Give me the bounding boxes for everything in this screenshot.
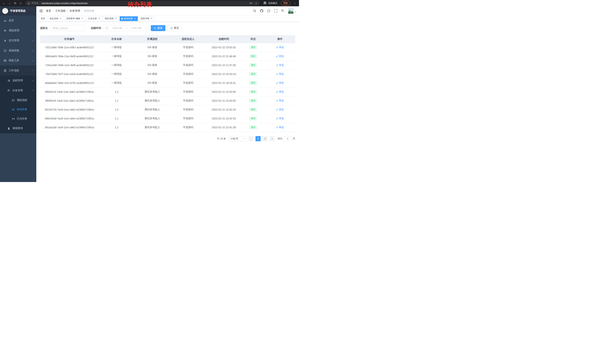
browser-forward-button[interactable]: → [7,0,12,6]
next-page-button[interactable]: › [270,136,275,141]
tab-todo-tasks[interactable]: 待办任务× [120,16,138,21]
cell-status: 激活 [242,123,265,132]
cell-task-name: 一级审批 [99,61,134,70]
reset-button[interactable]: 重置 [167,25,182,31]
end-date-placeholder[interactable]: 结束日期 [129,26,144,30]
task-table-body: 73211d9d-7b9b-11ec-b5b7-acde48001122 一级审… [40,43,295,132]
sidebar-item-system[interactable]: 系统管理 [0,25,36,36]
cell-process: OA 请假 [134,52,170,61]
prev-page-button[interactable]: ‹ [249,136,254,141]
refresh-icon [170,27,173,29]
table-row: 725a1eb6-7b88-11ec-8ef0-acde48001122 一级审… [40,61,295,70]
app-logo[interactable]: 芋道管理系统 [0,6,36,16]
chevron-down-icon [32,59,34,61]
close-icon[interactable]: × [150,17,153,20]
help-icon[interactable]: ? [267,9,270,12]
fullscreen-icon[interactable] [274,9,277,12]
close-icon[interactable]: × [133,17,136,20]
page-button-1[interactable]: 1 [256,136,261,141]
cell-initiator: 芋道源码 [170,114,206,123]
sidebar-item-payment[interactable]: ¥ 支付管理 [0,36,36,46]
sidebar-item-leave-query[interactable]: 请假查询 [0,123,36,133]
tab-process-detail[interactable]: 流程详情× [139,16,155,21]
search-icon[interactable] [253,9,256,12]
cell-create-time: 2022-01-21 22:42:23 [206,105,242,114]
user-menu[interactable] [288,8,296,14]
sidebar-item-workflow[interactable]: 工作流程 [0,65,36,75]
tab-start-process[interactable]: 发起流程× [48,16,64,21]
breadcrumb-home[interactable]: 首页 [46,9,51,13]
breadcrumb-task-management[interactable]: 任务管理 [70,9,80,13]
breadcrumb-separator: / [53,9,54,12]
pagination: 共 16 条 10条/页 ‹ 1 2 › 前往 页 [40,136,295,141]
create-time-label: 创建时间 [91,26,101,30]
cell-task-id: 725a1eb6-7b88-11ec-8ef0-acde48001122 [40,61,99,70]
sidebar-item-infrastructure[interactable]: 基础设施 [0,46,36,56]
font-size-icon[interactable]: TT [281,9,284,12]
browser-menu-button[interactable]: ⋮ [292,0,298,6]
sidebar-item-process-management[interactable]: 流程管理 [0,75,36,86]
close-icon[interactable]: × [115,17,117,20]
search-button[interactable]: 搜索 [151,25,166,31]
process-name-input[interactable] [50,25,84,31]
approve-link[interactable]: 审批 [276,126,284,129]
github-icon[interactable] [260,9,263,12]
page-size-select[interactable]: 10条/页 [228,136,247,141]
avatar [288,8,294,14]
cell-initiator: 芋道源码 [170,96,206,105]
update-button[interactable]: 更新 [281,1,291,6]
home-icon: ⌂ [20,1,22,5]
approve-link[interactable]: 审批 [276,99,284,102]
breadcrumb-workflow[interactable]: 工作流程 [55,9,66,13]
page-button-2[interactable]: 2 [263,136,268,141]
approve-link[interactable]: 审批 [276,108,284,111]
sidebar-item-done-tasks[interactable]: 已办任务 [0,114,36,123]
sidebar-item-todo-tasks[interactable]: 待办任务 [0,105,36,114]
approve-link[interactable]: 审批 [276,55,284,58]
sidebar-item-my-process[interactable]: 我的流程 [0,96,36,105]
close-icon[interactable]: × [59,17,62,20]
approve-link[interactable]: 审批 [276,73,284,76]
approve-link[interactable]: 审批 [276,81,284,85]
cell-task-name: 1.2 [99,105,134,114]
cell-process: 测试多审批人 [134,87,170,96]
sidebar-item-task-management[interactable]: 任务管理 [0,86,36,96]
url-text[interactable]: dashboard.yudao.iocoder.cn/bpm/task/todo [42,2,88,5]
sidebar-item-devtools[interactable]: 研发工具 [0,56,36,65]
cell-initiator: 芋道源码 [170,61,206,70]
chevron-down-icon [32,49,34,51]
omnibox-divider [40,2,40,4]
date-range-picker[interactable]: 开始日期 - 结束日期 [103,25,146,31]
clipboard-icon [4,69,7,72]
forward-icon: → [8,1,11,5]
sidebar-item-home[interactable]: 首页 [0,16,36,25]
approve-link[interactable]: 审批 [276,117,284,120]
pagination-total: 共 16 条 [217,137,226,140]
approve-link[interactable]: 审批 [276,90,284,94]
tab-form-edit[interactable]: 流程表单-编辑× [65,16,85,21]
password-key-icon[interactable] [249,2,252,5]
cell-initiator: 芋道源码 [170,43,206,52]
cell-status: 激活 [242,52,265,61]
browser-back-button[interactable]: ← [1,0,7,6]
tab-my-process[interactable]: 我的流程× [103,16,119,21]
table-header-row: 任务编号 任务名称 所属流程 流程发起人 创建时间 状态 操作 [40,35,295,43]
close-icon[interactable]: × [81,17,84,20]
col-action: 操作 [265,35,295,43]
tab-home[interactable]: 首页 [39,16,47,21]
browser-home-button[interactable]: ⌂ [18,0,23,6]
approve-link[interactable]: 审批 [276,64,284,67]
security-label[interactable]: 不安全 [32,2,39,5]
sidebar-collapse-icon[interactable] [39,9,43,13]
list-icon [8,79,10,82]
cell-create-time: 2022-01-22 18:25:41 [206,79,242,87]
approve-link[interactable]: 审批 [276,46,284,49]
browser-reload-button[interactable]: ↻ [13,0,18,6]
address-bar[interactable]: 不安全 dashboard.yudao.iocoder.cn/bpm/task/… [25,1,260,6]
tab-done-tasks[interactable]: 已办任务× [86,16,102,21]
close-icon[interactable]: × [98,17,100,20]
goto-page-input[interactable] [284,136,291,141]
bookmark-star-icon[interactable]: ☆ [255,2,257,5]
cell-task-id: 580e1b3d-7ac8-11ec-a9e2-a2380e71991a [40,114,99,123]
start-date-placeholder[interactable]: 开始日期 [109,26,125,30]
